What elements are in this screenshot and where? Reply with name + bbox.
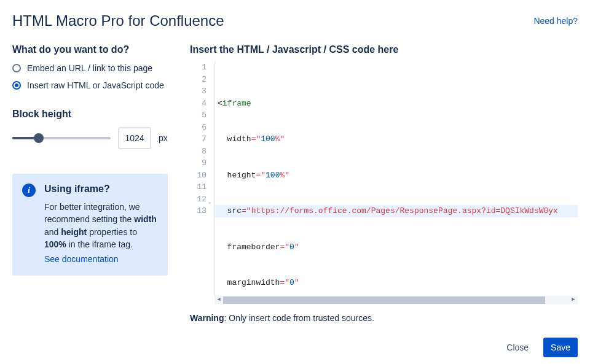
left-panel: What do you want to do? Embed an URL / l…	[12, 44, 168, 357]
tok: width	[227, 134, 251, 144]
option-embed-url-label: Embed an URL / link to this page	[27, 63, 152, 75]
info-body: Using iframe? For better integration, we…	[44, 184, 158, 265]
code-line: width="100%"	[218, 133, 578, 145]
line-number: 1	[190, 61, 206, 74]
dialog-header: HTML Macro Pro for Confluence Need help?	[12, 12, 578, 29]
tok: 100	[266, 171, 280, 180]
block-height-section: Block height px	[12, 109, 168, 149]
dialog-title: HTML Macro Pro for Confluence	[12, 12, 224, 29]
right-panel: Insert the HTML / Javascript / CSS code …	[190, 44, 578, 357]
question-label: What do you want to do?	[12, 44, 168, 55]
tok: "	[261, 171, 266, 180]
tok: "	[285, 171, 289, 180]
tok: =	[242, 206, 246, 215]
tok: 0	[289, 278, 294, 287]
option-insert-raw-label: Insert raw HTML or JavaScript code	[27, 80, 164, 92]
scroll-left-arrow-icon[interactable]: ◀	[214, 296, 223, 304]
tok: "	[294, 278, 299, 287]
line-number: 3	[190, 85, 206, 98]
code-editor[interactable]: 1 2 3 4 5 6 7 8 9 10 11 12⌄ 13 <iframe w…	[190, 61, 578, 304]
editor-gutter: 1 2 3 4 5 6 7 8 9 10 11 12⌄ 13	[190, 61, 210, 304]
info-text: For better integration, we recommend set…	[44, 201, 158, 265]
tok: marginwidth	[227, 278, 280, 287]
line-number: 9	[190, 157, 206, 169]
block-height-controls: px	[12, 127, 168, 149]
tok: 100	[261, 134, 275, 144]
tok: https://forms.office.com/Pages/ResponseP…	[251, 206, 558, 215]
info-width-bold: width	[134, 214, 157, 224]
help-link[interactable]: Need help?	[533, 16, 578, 26]
line-number: 13	[190, 205, 206, 217]
tok: iframe	[222, 99, 251, 108]
tok: src	[227, 206, 242, 215]
tok: "	[285, 242, 289, 252]
warning-label: Warning	[190, 313, 224, 323]
line-number: 7	[190, 133, 206, 145]
tok: "	[280, 134, 285, 144]
tok	[218, 206, 227, 215]
line-number: 11	[190, 181, 206, 193]
tok: frameborder	[227, 242, 280, 252]
tok: "	[285, 278, 289, 287]
warning-body: : Only insert code from trusted sources.	[224, 313, 374, 323]
info-text-frag: and	[44, 227, 61, 237]
line-number: 12⌄	[190, 193, 206, 206]
code-line: height="100%"	[218, 169, 578, 182]
code-line: marginwidth="0"	[218, 277, 578, 289]
option-insert-raw[interactable]: Insert raw HTML or JavaScript code	[12, 80, 168, 92]
block-height-label: Block height	[12, 109, 168, 120]
info-100-bold: 100%	[44, 239, 66, 249]
code-area[interactable]: <iframe width="100%" height="100%" src="…	[215, 61, 578, 304]
save-button[interactable]: Save	[543, 338, 578, 357]
line-number: 6	[190, 122, 206, 134]
code-line: frameborder="0"	[218, 241, 578, 254]
info-height-bold: height	[61, 227, 87, 237]
code-line: <iframe	[218, 98, 578, 110]
scroll-right-arrow-icon[interactable]: ▶	[569, 296, 578, 304]
tok: 0	[289, 242, 294, 252]
scroll-thumb[interactable]	[223, 296, 545, 304]
tok: <	[218, 99, 222, 108]
info-text-frag: properties to	[87, 227, 137, 237]
close-button[interactable]: Close	[499, 338, 536, 357]
line-number-text: 12	[197, 195, 206, 204]
slider-thumb[interactable]	[34, 133, 44, 143]
radio-selected-icon	[12, 81, 21, 90]
editor-title: Insert the HTML / Javascript / CSS code …	[190, 44, 578, 55]
info-title: Using iframe?	[44, 184, 158, 195]
info-icon: i	[22, 184, 36, 197]
tok	[218, 278, 227, 287]
tok	[218, 242, 227, 252]
see-documentation-link[interactable]: See documentation	[44, 253, 119, 265]
info-panel: i Using iframe? For better integration, …	[12, 174, 168, 275]
line-number: 10	[190, 169, 206, 182]
horizontal-scrollbar[interactable]: ◀ ▶	[214, 296, 578, 304]
tok: height	[227, 171, 256, 180]
dialog-footer: Close Save	[190, 338, 578, 357]
line-number: 4	[190, 98, 206, 110]
line-number: 8	[190, 145, 206, 158]
tok: "	[246, 206, 251, 215]
radio-unselected-icon	[12, 64, 21, 72]
line-number: 2	[190, 74, 206, 86]
info-text-frag: in the iframe tag.	[66, 239, 133, 249]
block-height-input[interactable]	[118, 127, 151, 149]
info-text-frag: For better integration, we recommend set…	[44, 202, 140, 224]
code-line: src="https://forms.office.com/Pages/Resp…	[218, 205, 578, 217]
dialog-body: What do you want to do? Embed an URL / l…	[12, 44, 578, 357]
line-number: 5	[190, 109, 206, 122]
px-label: px	[159, 133, 168, 143]
option-embed-url[interactable]: Embed an URL / link to this page	[12, 63, 168, 75]
tok: "	[294, 242, 299, 252]
scroll-track[interactable]	[223, 296, 569, 304]
tok	[218, 171, 227, 180]
fold-marker-icon[interactable]: ⌄	[208, 196, 211, 209]
block-height-slider[interactable]	[12, 137, 111, 139]
tok	[218, 134, 227, 144]
warning-text: Warning: Only insert code from trusted s…	[190, 313, 578, 323]
